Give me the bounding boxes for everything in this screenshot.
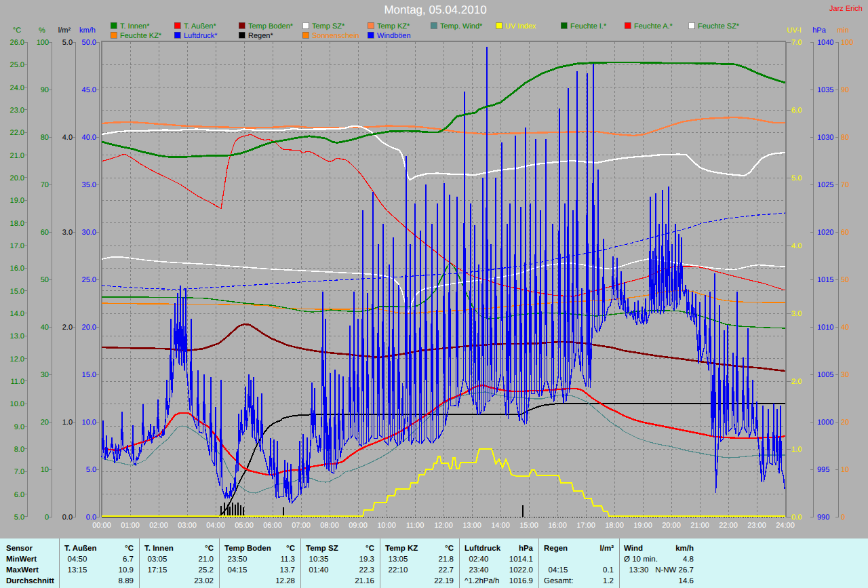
svg-text:20:00: 20:00 (662, 522, 681, 530)
svg-text:06:00: 06:00 (263, 522, 282, 530)
svg-text:50: 50 (841, 276, 849, 284)
svg-text:Feuchte SZ*: Feuchte SZ* (698, 22, 740, 31)
svg-text:26.0: 26.0 (10, 39, 24, 47)
svg-text:1.0: 1.0 (791, 446, 802, 454)
svg-text:990: 990 (817, 513, 829, 522)
svg-text:18.0: 18.0 (10, 220, 24, 228)
svg-text:°C: °C (125, 545, 134, 553)
svg-text:20: 20 (41, 418, 49, 427)
svg-text:1.2: 1.2 (603, 577, 614, 585)
svg-text:20.0: 20.0 (10, 174, 24, 182)
svg-text:13:00: 13:00 (462, 522, 481, 530)
svg-text:°C: °C (205, 545, 214, 553)
svg-text:T. Außen*: T. Außen* (184, 22, 216, 31)
svg-text:Ø 10 min.: Ø 10 min. (624, 555, 658, 564)
svg-text:08:00: 08:00 (320, 522, 339, 530)
svg-text:17:15: 17:15 (148, 566, 167, 574)
svg-text:7.0: 7.0 (14, 468, 24, 476)
svg-text:Windböen: Windböen (377, 32, 411, 40)
svg-text:04:15: 04:15 (549, 566, 568, 574)
svg-text:Temp SZ: Temp SZ (306, 545, 338, 553)
svg-text:24.0: 24.0 (10, 84, 24, 92)
svg-text:22.7: 22.7 (439, 566, 454, 574)
svg-text:Temp KZ*: Temp KZ* (377, 22, 410, 31)
svg-text:Luftdruck*: Luftdruck* (184, 32, 218, 40)
svg-text:Durchschnitt: Durchschnitt (6, 577, 54, 585)
svg-text:14.6: 14.6 (679, 577, 694, 585)
svg-text:07:00: 07:00 (292, 522, 311, 530)
svg-text:90: 90 (841, 86, 849, 94)
svg-text:T. Innen: T. Innen (144, 545, 174, 553)
svg-text:16.0: 16.0 (10, 264, 24, 273)
svg-text:40.0: 40.0 (82, 134, 96, 142)
svg-text:Regen*: Regen* (248, 32, 273, 40)
svg-text:19.0: 19.0 (10, 197, 24, 205)
svg-text:Jarz Erich: Jarz Erich (829, 5, 863, 13)
svg-text:N-NW 26.7: N-NW 26.7 (655, 566, 694, 574)
svg-text:1016.9: 1016.9 (509, 577, 533, 585)
svg-text:0: 0 (841, 513, 845, 522)
svg-text:03:05: 03:05 (148, 555, 167, 564)
svg-text:05:00: 05:00 (235, 522, 254, 530)
svg-text:15:00: 15:00 (519, 522, 538, 530)
svg-text:13:05: 13:05 (389, 555, 408, 564)
svg-text:3.0: 3.0 (791, 310, 802, 318)
svg-text:11.0: 11.0 (10, 378, 24, 386)
svg-text:Feuchte I.*: Feuchte I.* (570, 22, 607, 31)
svg-text:1.0: 1.0 (62, 418, 73, 427)
svg-text:22.19: 22.19 (434, 577, 454, 585)
svg-text:12:00: 12:00 (434, 522, 453, 530)
svg-text:1014.1: 1014.1 (509, 555, 533, 564)
svg-text:6.0: 6.0 (791, 106, 802, 115)
svg-text:%: % (39, 26, 45, 35)
svg-text:^1.2hPa/h: ^1.2hPa/h (465, 577, 499, 585)
svg-text:70: 70 (841, 181, 849, 189)
svg-text:1040: 1040 (817, 39, 833, 47)
svg-text:23:00: 23:00 (747, 522, 766, 530)
svg-text:T. Innen*: T. Innen* (120, 22, 150, 31)
svg-text:l/m²: l/m² (600, 545, 614, 553)
svg-text:11:00: 11:00 (406, 522, 425, 530)
svg-text:19:00: 19:00 (633, 522, 652, 530)
svg-text:Luftdruck: Luftdruck (465, 545, 501, 553)
svg-text:Sonnenschein: Sonnenschein (312, 32, 359, 40)
svg-text:15.0: 15.0 (82, 371, 96, 379)
svg-text:UV-I: UV-I (787, 26, 801, 35)
svg-text:11.3: 11.3 (280, 555, 295, 564)
svg-text:40: 40 (41, 324, 49, 332)
svg-text:9.0: 9.0 (14, 423, 24, 431)
svg-text:23:40: 23:40 (469, 566, 489, 574)
svg-text:21.0: 21.0 (199, 555, 214, 564)
svg-text:25.2: 25.2 (199, 566, 214, 574)
svg-text:°C: °C (445, 545, 454, 553)
svg-text:24:00: 24:00 (776, 522, 795, 530)
svg-text:0.0: 0.0 (86, 513, 96, 522)
svg-text:09:00: 09:00 (349, 522, 368, 530)
svg-text:25.0: 25.0 (10, 61, 24, 69)
svg-text:Temp SZ*: Temp SZ* (312, 22, 345, 31)
svg-text:hPa: hPa (812, 26, 826, 35)
svg-text:04:50: 04:50 (68, 555, 87, 564)
svg-text:10.0: 10.0 (10, 400, 24, 408)
svg-text:23.0: 23.0 (10, 106, 24, 115)
svg-text:10: 10 (41, 466, 49, 474)
svg-text:100: 100 (37, 39, 49, 47)
svg-text:60: 60 (841, 229, 849, 237)
svg-text:4.8: 4.8 (683, 555, 694, 564)
svg-text:13:30: 13:30 (629, 566, 649, 574)
svg-text:21.0: 21.0 (10, 152, 24, 160)
svg-text:45.0: 45.0 (82, 86, 96, 94)
svg-text:0.0: 0.0 (791, 513, 802, 522)
svg-text:Temp Boden*: Temp Boden* (248, 22, 294, 31)
svg-text:18:00: 18:00 (605, 522, 624, 530)
svg-text:MinWert: MinWert (6, 555, 37, 564)
svg-text:22.3: 22.3 (359, 566, 374, 574)
svg-text:21:00: 21:00 (690, 522, 709, 530)
svg-text:0: 0 (45, 513, 49, 522)
svg-text:80: 80 (41, 134, 49, 142)
svg-text:00:00: 00:00 (92, 522, 111, 530)
svg-text:l/m²: l/m² (58, 26, 71, 35)
svg-text:30.0: 30.0 (82, 229, 96, 237)
svg-text:80: 80 (841, 134, 849, 142)
svg-text:02:40: 02:40 (469, 555, 489, 564)
